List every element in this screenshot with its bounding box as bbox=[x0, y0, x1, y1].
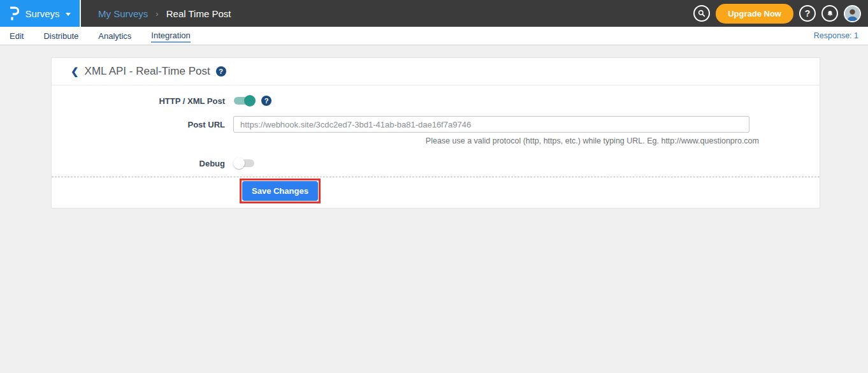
breadcrumb: My Surveys › Real Time Post bbox=[98, 8, 231, 19]
toggle-knob bbox=[233, 157, 245, 169]
back-icon[interactable]: ❮ bbox=[71, 66, 79, 77]
panel-body: HTTP / XML Post ? Post URL Please use a … bbox=[52, 85, 820, 208]
top-navbar: Surveys My Surveys › Real Time Post Upgr… bbox=[0, 0, 868, 27]
http-xml-post-label: HTTP / XML Post bbox=[52, 96, 233, 106]
notifications-bell-icon[interactable] bbox=[821, 5, 838, 22]
surveys-product-menu[interactable]: Surveys bbox=[0, 0, 81, 27]
post-url-label: Post URL bbox=[52, 120, 233, 129]
topbar-actions: Upgrade Now ? bbox=[693, 4, 868, 24]
survey-subnav: Edit Distribute Analytics Integration Re… bbox=[0, 27, 868, 45]
questionpro-logo-icon bbox=[9, 6, 19, 20]
tab-integration[interactable]: Integration bbox=[151, 29, 190, 43]
tab-analytics[interactable]: Analytics bbox=[98, 30, 131, 42]
post-url-row: Post URL bbox=[52, 116, 820, 133]
http-xml-post-help-icon[interactable]: ? bbox=[261, 96, 271, 106]
post-url-hint-row: Please use a valid protocol (http, https… bbox=[52, 136, 820, 145]
help-icon[interactable]: ? bbox=[799, 5, 816, 22]
http-xml-post-row: HTTP / XML Post ? bbox=[52, 94, 820, 108]
upgrade-now-button[interactable]: Upgrade Now bbox=[716, 4, 793, 24]
breadcrumb-my-surveys[interactable]: My Surveys bbox=[98, 8, 148, 19]
post-url-input[interactable] bbox=[233, 116, 749, 133]
page-title: XML API - Real-Time Post bbox=[85, 65, 210, 78]
tab-distribute[interactable]: Distribute bbox=[43, 30, 78, 42]
annotation-highlight-box: Save Changes bbox=[240, 179, 321, 203]
http-xml-post-toggle[interactable] bbox=[233, 94, 256, 107]
chevron-down-icon bbox=[66, 13, 71, 16]
title-help-icon[interactable]: ? bbox=[216, 66, 226, 77]
search-icon[interactable] bbox=[693, 5, 710, 22]
toggle-knob bbox=[244, 95, 256, 106]
debug-row: Debug bbox=[52, 156, 820, 170]
debug-toggle[interactable] bbox=[233, 157, 256, 170]
tab-edit[interactable]: Edit bbox=[10, 30, 24, 42]
save-changes-button[interactable]: Save Changes bbox=[242, 181, 318, 201]
debug-label: Debug bbox=[52, 159, 233, 168]
product-label: Surveys bbox=[25, 8, 59, 19]
panel-header: ❮ XML API - Real-Time Post ? bbox=[52, 58, 820, 85]
panel-footer: Save Changes bbox=[52, 177, 820, 208]
breadcrumb-current-page: Real Time Post bbox=[166, 8, 231, 19]
user-avatar[interactable] bbox=[844, 5, 861, 22]
xml-api-panel: ❮ XML API - Real-Time Post ? HTTP / XML … bbox=[51, 57, 820, 208]
breadcrumb-separator-icon: › bbox=[156, 9, 158, 18]
response-count[interactable]: Response: 1 bbox=[814, 31, 858, 40]
post-url-hint: Please use a valid protocol (http, https… bbox=[242, 136, 759, 145]
